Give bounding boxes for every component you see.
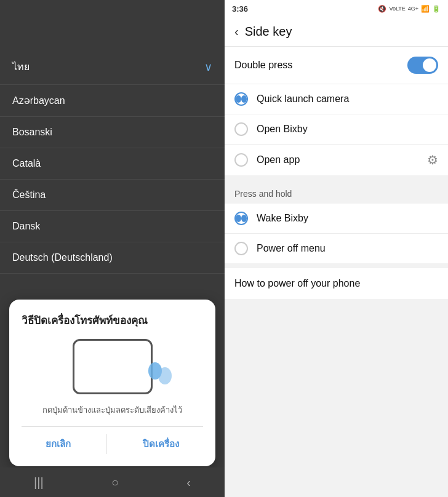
power-off-menu-row[interactable]: Power off menu (225, 234, 448, 263)
quick-launch-row[interactable]: Quick launch camera (225, 84, 448, 114)
language-list: ไทย ∨ Azərbaycan Bosanski Català Čeština… (0, 0, 225, 274)
dialog-title: วิธีปิดเครื่องโทรศัพท์ของคุณ (22, 312, 203, 328)
open-app-radio[interactable] (234, 153, 248, 167)
right-panel: 3:36 🔇 VoLTE 4G+ 📶 🔋 ‹ Side key Double p… (225, 0, 448, 497)
wake-bixby-row[interactable]: Wake Bixby (225, 204, 448, 234)
bottom-nav-left: ||| ○ ‹ (0, 467, 225, 497)
how-to-power-off-row[interactable]: How to power off your phone (225, 268, 448, 299)
power-off-menu-radio[interactable] (234, 242, 248, 255)
signal-icon: 📶 (421, 5, 430, 13)
phone-outline-icon (73, 339, 153, 394)
dialog-buttons: ยกเลิก ปิดเครื่อง (22, 434, 203, 454)
back-button[interactable]: ‹ (234, 25, 239, 39)
power-off-menu-label: Power off menu (257, 243, 438, 254)
dialog-illustration (22, 336, 203, 397)
open-bixby-label: Open Bixby (257, 124, 438, 135)
volte-text: VoLTE (389, 6, 405, 12)
left-panel: ไทย ∨ Azərbaycan Bosanski Català Čeština… (0, 0, 225, 497)
settings-content: Double press Quick launch camera Open Bi… (225, 47, 448, 497)
language-item-bosanski[interactable]: Bosanski (0, 117, 225, 148)
back-icon[interactable]: ‹ (186, 475, 191, 490)
quick-launch-radio[interactable] (234, 92, 248, 106)
cancel-button[interactable]: ยกเลิก (33, 434, 83, 454)
status-time: 3:36 (232, 4, 248, 14)
page-title: Side key (245, 25, 292, 39)
language-item-dansk[interactable]: Dansk (0, 211, 225, 242)
wake-bixby-label: Wake Bixby (257, 213, 438, 224)
language-item-thai[interactable]: ไทย ∨ (0, 49, 225, 85)
dialog-divider (22, 426, 203, 427)
language-item-cestina[interactable]: Čeština (0, 180, 225, 211)
wake-bixby-radio[interactable] (234, 212, 248, 225)
quick-launch-label: Quick launch camera (257, 93, 438, 105)
mute-icon: 🔇 (378, 5, 386, 13)
double-press-label: Double press (234, 60, 292, 71)
language-item-catala[interactable]: Català (0, 148, 225, 180)
press-hold-section-header: Press and hold (225, 180, 448, 204)
open-bixby-radio[interactable] (234, 122, 248, 136)
status-bar: 3:36 🔇 VoLTE 4G+ 📶 🔋 (225, 0, 448, 17)
side-button-indicator-icon (148, 362, 162, 380)
open-bixby-row[interactable]: Open Bixby (225, 114, 448, 145)
home-icon[interactable]: ○ (111, 475, 119, 490)
double-press-toggle[interactable] (407, 57, 438, 74)
language-item-azerbaycan[interactable]: Azərbaycan (0, 85, 225, 117)
press-hold-section: Wake Bixby Power off menu (225, 204, 448, 263)
button-divider (106, 434, 107, 454)
language-item-deutsch-de[interactable]: Deutsch (Deutschland) (0, 242, 225, 274)
page-header: ‹ Side key (225, 17, 448, 47)
recent-apps-icon[interactable]: ||| (34, 475, 44, 490)
status-icons: 🔇 VoLTE 4G+ 📶 🔋 (378, 5, 441, 13)
open-app-row[interactable]: Open app ⚙ (225, 145, 448, 175)
gear-icon[interactable]: ⚙ (427, 153, 438, 167)
double-press-toggle-row: Double press (225, 47, 448, 84)
power-off-button[interactable]: ปิดเครื่อง (130, 434, 191, 454)
chevron-down-icon: ∨ (204, 60, 212, 74)
power-off-dialog: วิธีปิดเครื่องโทรศัพท์ของคุณ กดปุ่มด้านข… (9, 300, 215, 466)
dialog-subtitle: กดปุ่มด้านข้างและปุ่มลดระดับเสียงค้างไว้ (22, 404, 203, 416)
how-to-power-off-label: How to power off your phone (234, 278, 360, 289)
battery-icon: 🔋 (432, 5, 441, 13)
open-app-label: Open app (257, 154, 418, 165)
double-press-section: Double press Quick launch camera Open Bi… (225, 47, 448, 175)
4g-text: 4G+ (408, 6, 418, 12)
